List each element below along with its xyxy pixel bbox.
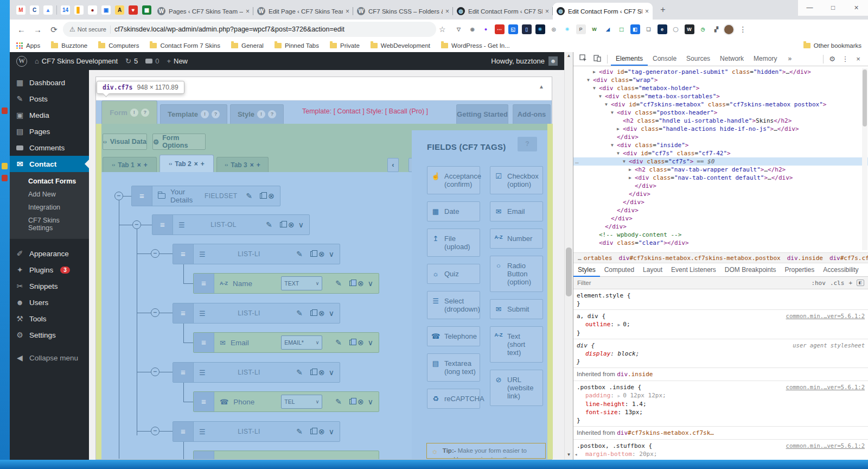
- sidebar-item-plugins[interactable]: ✦Plugins3: [10, 262, 89, 278]
- chevron-node-button[interactable]: ∨: [329, 250, 334, 258]
- form-tab[interactable]: ‹›Tab 1×+: [103, 157, 157, 173]
- visual-data-button[interactable]: ‹›Visual Data: [103, 134, 147, 150]
- security-warning[interactable]: ⚠ Not secure: [69, 26, 106, 33]
- calendar-14-favicon[interactable]: 14: [61, 5, 70, 15]
- field-button-quiz[interactable]: ☼Quiz: [427, 264, 480, 284]
- blue-docs-favicon[interactable]: ▣: [101, 5, 111, 15]
- expand-arrow-icon[interactable]: ▶: [629, 166, 635, 174]
- delete-node-button[interactable]: ⊗: [318, 368, 325, 377]
- puzzle-ext-icon[interactable]: ▞: [712, 24, 722, 34]
- copy-node-button[interactable]: [307, 250, 315, 258]
- sidebar-item-users[interactable]: ☻Users: [10, 294, 89, 310]
- green-table-favicon[interactable]: ▦: [142, 5, 151, 15]
- css-property[interactable]: font-size: 13px;: [577, 408, 865, 416]
- alert-badge[interactable]: !: [257, 110, 265, 118]
- bookmark-folder[interactable]: General: [231, 42, 264, 49]
- paste-ext-icon[interactable]: ❏: [644, 24, 654, 34]
- sidebar-item-tools[interactable]: ⚒Tools: [10, 310, 89, 327]
- minimize-button[interactable]: —: [798, 0, 821, 16]
- drag-handle[interactable]: ≡: [173, 363, 194, 382]
- more-tabs-icon[interactable]: »: [783, 52, 796, 66]
- copy-node-button[interactable]: [346, 397, 354, 406]
- form-options-button[interactable]: ⚙Form Options: [152, 134, 206, 150]
- comments-link[interactable]: 0: [145, 57, 159, 65]
- styles-tab-computed[interactable]: Computed: [600, 263, 639, 277]
- collapse-node-toggle[interactable]: −: [132, 220, 141, 229]
- form-tab[interactable]: ‹›Tab 2×+: [159, 155, 214, 173]
- sidebar-item-comments[interactable]: Comments: [10, 140, 89, 156]
- php-ext-icon[interactable]: P: [576, 24, 586, 34]
- copy-node-button[interactable]: [256, 192, 264, 200]
- dom-node-line[interactable]: ▶<div class="nav-tab-content default">…<…: [573, 174, 868, 182]
- gmail-favicon[interactable]: M: [16, 5, 25, 15]
- chevron-node-button[interactable]: ∨: [368, 279, 373, 288]
- dom-node-line[interactable]: ▶<div id="tag-generator-panel-submit" cl…: [573, 68, 868, 76]
- yellow-a-favicon[interactable]: A: [115, 5, 124, 15]
- tab-close-icon[interactable]: ×: [246, 8, 250, 15]
- field-button-acceptance[interactable]: ☝Acceptance (confirm): [427, 166, 480, 194]
- form-tab[interactable]: ‹›Tab 3×+: [216, 157, 269, 173]
- css-property[interactable]: line-height: 1.4;: [577, 400, 865, 408]
- browser-tab[interactable]: ◍Edit Contact Form ‹ CF7 Skins×: [453, 3, 553, 20]
- css-property[interactable]: display: block;: [577, 350, 865, 358]
- tree-node-name[interactable]: ≡A-ZNameTEXT∨✎⊗∨: [193, 273, 379, 294]
- styles-tab-dom-breakpoints[interactable]: DOM Breakpoints: [720, 263, 781, 277]
- submenu-item-contact-forms[interactable]: Contact Forms: [10, 175, 89, 188]
- drag-handle[interactable]: ≡: [194, 392, 214, 411]
- dom-node-line[interactable]: ▼<div id="cf7s" class="cf7-42">: [573, 149, 868, 157]
- scroll-up-arrow[interactable]: ▲: [567, 52, 571, 60]
- tree-node-email[interactable]: ≡✉EmailEMAIL*∨✎⊗∨: [193, 332, 379, 353]
- chevron-node-button[interactable]: ∨: [368, 397, 373, 406]
- collapse-toggle-icon[interactable]: ▲: [539, 84, 544, 90]
- red-shield-favicon[interactable]: ♥: [129, 5, 138, 15]
- css-property[interactable]: outline: ▶ 0;: [577, 320, 865, 329]
- tab-close-icon[interactable]: ×: [545, 8, 549, 15]
- stylesheet-link[interactable]: common.min.…ver=5.6.1:2: [786, 442, 865, 450]
- field-button-telephone[interactable]: ☎Telephone: [427, 326, 480, 346]
- browser-tab[interactable]: WEdit Page ‹ CF7 Skins Team — ×: [253, 3, 353, 20]
- sidebar-item-pages[interactable]: ▤Pages: [10, 123, 89, 140]
- eyedropper-ext-icon[interactable]: ◢: [603, 24, 613, 34]
- bookmark-folder[interactable]: Private: [330, 42, 360, 49]
- devtools-tab-console[interactable]: Console: [648, 52, 681, 66]
- submenu-item-integration[interactable]: Integration: [10, 201, 89, 214]
- breadcrumb-item[interactable]: ortables: [584, 253, 617, 263]
- tab-close-icon[interactable]: ×: [194, 160, 198, 168]
- field-type-select[interactable]: EMAIL*∨: [281, 335, 322, 350]
- hscroll-left-arrow[interactable]: ◂: [575, 451, 577, 459]
- sidebar-item-appearance[interactable]: ✐Appearance: [10, 245, 89, 262]
- help-badge[interactable]: ?: [212, 110, 220, 118]
- field-button-textarea[interactable]: ▤Textarea (long text): [427, 353, 480, 382]
- dom-node-line[interactable]: ▼<div class="metabox-holder">: [573, 84, 868, 92]
- drag-handle[interactable]: ≡: [173, 422, 194, 441]
- selection-ext-icon[interactable]: ⬚: [617, 24, 627, 34]
- browser-menu-icon[interactable]: ⋮: [736, 25, 750, 34]
- devtools-tab-elements[interactable]: Elements: [611, 52, 648, 66]
- delete-node-button[interactable]: ⊗: [318, 427, 325, 436]
- chevron-node-button[interactable]: ∨: [368, 338, 373, 347]
- collapse-node-toggle[interactable]: −: [151, 367, 159, 376]
- breadcrumb-item[interactable]: div.inside: [787, 253, 827, 263]
- edge-e-ext-icon[interactable]: e: [658, 24, 667, 34]
- page-scrollbar[interactable]: ▲ ▼: [564, 52, 573, 460]
- tab-add-icon[interactable]: +: [201, 160, 205, 168]
- color-circle-ext-icon[interactable]: ●: [481, 24, 491, 34]
- wp-black-ext-icon[interactable]: W: [685, 24, 694, 34]
- collapse-arrow-icon[interactable]: ▼: [587, 76, 593, 84]
- styles-filter-input[interactable]: [577, 280, 807, 286]
- field-type-select[interactable]: TEXT∨: [281, 276, 322, 290]
- help-badge[interactable]: ?: [141, 109, 149, 117]
- tree-node-li1[interactable]: ≡☰LIST-LI✎⊗∨: [173, 244, 340, 264]
- collapse-menu-button[interactable]: ◀Collapse menu: [10, 350, 89, 366]
- field-button-radio[interactable]: ○Radio Button (option): [490, 256, 543, 292]
- help-badge[interactable]: ?: [268, 110, 276, 118]
- clock-ext-icon[interactable]: ◷: [698, 24, 708, 34]
- browser-tab[interactable]: ◍Edit Contact Form ‹ CF7 Skins×: [553, 3, 653, 20]
- dom-node-line[interactable]: ▼<div class="meta-box-sortables">: [573, 92, 868, 100]
- field-button-select[interactable]: ☰Select (dropdown): [427, 291, 480, 319]
- edit-node-button[interactable]: ✎: [246, 192, 253, 200]
- edit-node-button[interactable]: ✎: [296, 309, 303, 318]
- field-button-file[interactable]: ↥File (upload): [427, 229, 480, 257]
- sidebar-item-settings[interactable]: ⚙Settings: [10, 327, 89, 343]
- inspect-element-icon[interactable]: [577, 54, 590, 64]
